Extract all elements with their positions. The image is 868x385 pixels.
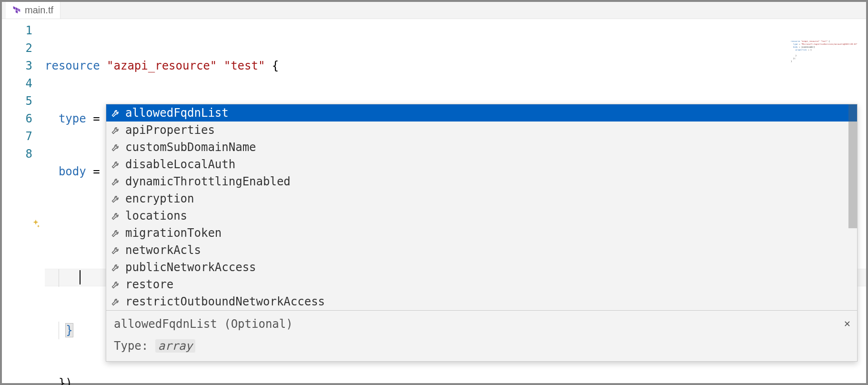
line-number: 3 (2, 57, 32, 75)
autocomplete-item[interactable]: migrationToken (106, 224, 857, 242)
autocomplete-item-label: restrictOutboundNetworkAccess (125, 295, 325, 308)
autocomplete-item-label: locations (125, 209, 187, 223)
wrench-icon (111, 245, 121, 255)
line-number: 4 (2, 75, 32, 92)
autocomplete-list[interactable]: allowedFqdnListapiPropertiescustomSubDom… (106, 104, 857, 310)
tab-main-tf[interactable]: main.tf (6, 2, 61, 19)
line-number: 1 (2, 22, 32, 40)
autocomplete-item-label: dynamicThrottlingEnabled (125, 175, 291, 188)
sparkle-icon (30, 219, 41, 229)
tab-bar: main.tf (2, 2, 866, 19)
autocomplete-item-label: networkAcls (125, 243, 201, 257)
wrench-icon (111, 177, 121, 186)
scrollbar-thumb[interactable] (848, 104, 857, 228)
autocomplete-item-label: apiProperties (125, 123, 215, 137)
doc-type: Type: array (114, 339, 849, 353)
line-number: 2 (2, 40, 32, 57)
autocomplete-popup: allowedFqdnListapiPropertiescustomSubDom… (106, 104, 858, 362)
line-number: 6 (2, 110, 32, 128)
autocomplete-item-label: migrationToken (125, 226, 222, 240)
autocomplete-item-label: restore (125, 278, 173, 291)
autocomplete-item-label: allowedFqdnList (125, 106, 229, 120)
text-cursor (80, 270, 81, 284)
autocomplete-item[interactable]: encryption (106, 190, 857, 207)
autocomplete-item-label: publicNetworkAccess (125, 261, 256, 274)
autocomplete-item[interactable]: networkAcls (106, 242, 857, 259)
tab-filename: main.tf (25, 5, 53, 16)
autocomplete-item[interactable]: restrictOutboundNetworkAccess (106, 293, 857, 310)
wrench-icon (111, 211, 121, 221)
autocomplete-item[interactable]: apiProperties (106, 122, 857, 139)
autocomplete-doc: ✕ allowedFqdnList (Optional) Type: array (106, 310, 857, 361)
line-number: 7 (2, 128, 32, 145)
wrench-icon (111, 142, 121, 152)
wrench-icon (111, 108, 121, 118)
autocomplete-item[interactable]: restore (106, 276, 857, 293)
autocomplete-item-label: disableLocalAuth (125, 158, 235, 171)
editor-window: main.tf 1 2 3 4 5 6 7 8 resource "azapi_… (0, 0, 868, 385)
wrench-icon (111, 125, 121, 135)
line-number-gutter: 1 2 3 4 5 6 7 8 (2, 19, 45, 383)
wrench-icon (111, 228, 121, 238)
autocomplete-item[interactable]: customSubDomainName (106, 139, 857, 156)
autocomplete-item-label: customSubDomainName (125, 141, 256, 154)
wrench-icon (111, 263, 121, 272)
line-number: 8 (2, 145, 32, 163)
autocomplete-item[interactable]: allowedFqdnList (106, 104, 857, 122)
close-icon[interactable]: ✕ (844, 317, 850, 329)
wrench-icon (111, 280, 121, 289)
line-number: 5 (2, 92, 32, 110)
autocomplete-item[interactable]: disableLocalAuth (106, 156, 857, 173)
code-line: resource "azapi_resource" "test" { (45, 57, 866, 75)
autocomplete-item[interactable]: dynamicThrottlingEnabled (106, 173, 857, 190)
scrollbar[interactable] (848, 104, 857, 310)
wrench-icon (111, 297, 121, 306)
wrench-icon (111, 194, 121, 203)
doc-title: allowedFqdnList (Optional) (114, 317, 849, 331)
wrench-icon (111, 160, 121, 169)
autocomplete-item[interactable]: publicNetworkAccess (106, 259, 857, 276)
code-line: }) (45, 375, 866, 385)
autocomplete-item[interactable]: locations (106, 207, 857, 224)
autocomplete-item-label: encryption (125, 192, 194, 205)
terraform-icon (12, 6, 21, 15)
